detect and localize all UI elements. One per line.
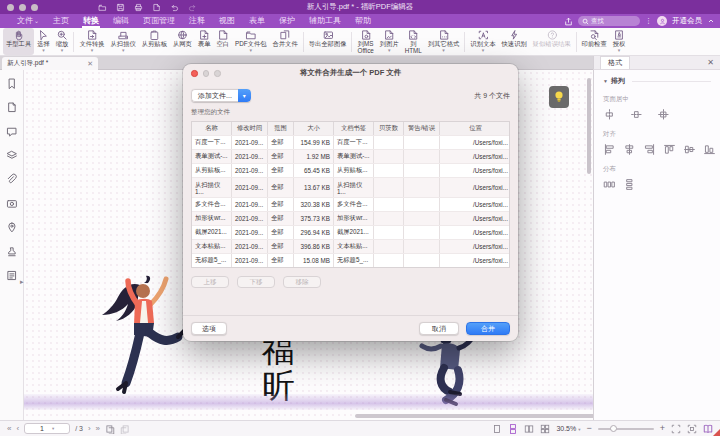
tab-format[interactable]: 格式 [600,56,630,69]
options-button[interactable]: 选项 [191,322,227,335]
toolbar-hand-button[interactable]: 手型工具 [3,28,34,55]
continuous-view-icon[interactable] [508,424,518,434]
mail-icon[interactable] [152,3,161,12]
next-page-icon[interactable]: › [88,425,91,433]
sidebar-layers-icon[interactable] [5,149,18,162]
prev-view-icon[interactable] [105,424,115,434]
column-header[interactable]: 警告/错误 [404,122,440,135]
align-top-icon[interactable] [663,143,676,156]
quad-view-icon[interactable] [540,424,550,434]
close-window-button[interactable] [7,4,14,11]
zoom-slider[interactable] [598,428,654,430]
toolbar-package-button[interactable]: PDF文件包▾ [232,28,270,55]
menu-item-编辑[interactable]: 编辑 [106,14,136,28]
menu-item-文件[interactable]: 文件⌄ [10,14,46,28]
minimize-window-button[interactable] [19,4,26,11]
toolbar-formplus-button[interactable]: 表单 [195,28,214,55]
document-tab[interactable]: 新人引导.pdf * ✕ [2,57,98,70]
zoom-in-button[interactable]: + [660,424,665,433]
open-file-icon[interactable] [98,3,107,12]
sidebar-attachment-icon[interactable] [5,173,18,186]
align-center-h-icon[interactable] [623,143,636,156]
column-header[interactable]: 贝茨数 [374,122,404,135]
fit-width-icon[interactable] [687,424,697,434]
menu-item-帮助[interactable]: 帮助 [348,14,378,28]
sidebar-form-icon[interactable] [5,269,18,282]
add-files-dropdown-icon[interactable]: ▾ [238,89,251,102]
zoom-level-dropdown[interactable]: 30.5% ▾ [556,425,580,432]
menu-item-转换[interactable]: 转换 [76,14,106,28]
toolbar-clipboard-button[interactable]: 从剪贴板 [139,28,170,55]
sidebar-snapshot-icon[interactable] [5,197,18,210]
collapse-section-icon[interactable]: ▼ [603,78,608,84]
single-page-view-icon[interactable] [492,424,502,434]
menu-item-视图[interactable]: 视图 [212,14,242,28]
zoom-window-button[interactable] [31,4,38,11]
close-panel-icon[interactable]: ✕ [707,58,714,67]
align-left-icon[interactable] [603,143,616,156]
avatar[interactable] [657,16,667,26]
facing-view-icon[interactable] [524,424,534,434]
ph-center-h-icon[interactable] [603,108,616,121]
align-middle-icon[interactable] [683,143,696,156]
toolbar-other-button[interactable]: 到其它格式▾ [425,28,462,55]
print-icon[interactable] [134,3,143,12]
toolbar-cursor-button[interactable]: 选择▾ [34,28,53,55]
dist-v-icon[interactable] [623,178,636,191]
search-input[interactable]: 查找 [578,16,640,26]
merge-button[interactable]: 合并 [466,322,510,335]
page-number-input[interactable]: 1▾ [24,423,70,434]
next-view-icon[interactable] [120,424,130,434]
horizontal-scrollbar[interactable] [355,414,593,418]
last-page-icon[interactable]: » [96,425,100,433]
toolbar-scanner-button[interactable]: 从扫描仪▾ [108,28,139,55]
menu-item-辅助工具[interactable]: 辅助工具 [302,14,348,28]
sidebar-comment-icon[interactable] [5,125,18,138]
align-right-icon[interactable] [643,143,656,156]
read-mode-icon[interactable] [703,424,713,434]
fit-page-icon[interactable] [671,424,681,434]
file-row[interactable]: 加形状wr...2021-09...全部375.73 KB加形状wr.../Us… [192,211,509,225]
cancel-button[interactable]: 取消 [419,322,459,335]
toolbar-ocr-button[interactable]: 识别文本▾ [467,28,498,55]
dist-h-icon[interactable] [603,178,616,191]
sidebar-bookmark-icon[interactable] [5,77,18,90]
first-page-icon[interactable]: « [7,425,11,433]
toolbar-web-button[interactable]: 从网页 [170,28,195,55]
move-down-button[interactable]: 下移 [237,276,275,288]
window-traffic-lights[interactable] [7,4,38,11]
zoom-slider-knob[interactable] [610,425,617,432]
file-row[interactable]: 百度一下...2021-09...全部154.99 KB百度一下.../User… [192,135,509,149]
column-header[interactable]: 大小 [294,122,334,135]
toolbar-preflight-button[interactable]: 印前检查 [579,28,610,55]
vertical-scrollbar[interactable] [587,78,591,174]
toolbar-html-button[interactable]: 到HTML [402,28,425,55]
redo-icon[interactable] [188,3,197,12]
column-header[interactable]: 名称 [192,122,232,135]
menu-item-保护[interactable]: 保护 [272,14,302,28]
ph-center-both-icon[interactable] [657,108,670,121]
share-icon[interactable] [564,17,573,26]
save-icon[interactable] [116,3,125,12]
sidebar-pages-icon[interactable] [5,101,18,114]
toolbar-merge-button[interactable]: 合并文件 [270,28,301,55]
sidebar-stamp-icon[interactable] [5,245,18,258]
tip-lightbulb-icon[interactable] [549,86,569,108]
prev-page-icon[interactable]: ‹ [16,425,19,433]
toolbar-pic-button[interactable]: 到图片▾ [377,28,402,55]
toolbar-image-button[interactable]: 导出全部图像 [306,28,350,55]
undo-icon[interactable] [170,3,179,12]
sidebar-location-icon[interactable] [5,221,18,234]
remove-button[interactable]: 移除 [283,276,321,288]
toolbar-blankdoc-button[interactable]: 空白 [213,28,232,55]
menu-item-表单[interactable]: 表单 [242,14,272,28]
menu-item-页面管理[interactable]: 页面管理 [136,14,182,28]
file-row[interactable]: 多文件合...2021-09...全部320.38 KB多文件合.../User… [192,197,509,211]
menu-item-注释[interactable]: 注释 [182,14,212,28]
column-header[interactable]: 位置 [440,122,511,135]
file-row[interactable]: 从剪贴板...2021-09...全部65.45 KB从剪贴板.../Users… [192,163,509,177]
file-row[interactable]: 截屏2021...2021-09...全部296.94 KB截屏2021.../… [192,225,509,239]
file-row[interactable]: 表单测试-...2021-09...全部1.92 MB表单测试-.../User… [192,149,509,163]
ph-center-v-icon[interactable] [630,108,643,121]
file-row[interactable]: 从扫描仪 1...2021-09...全部13.67 KB从扫描仪 1.../U… [192,177,509,197]
